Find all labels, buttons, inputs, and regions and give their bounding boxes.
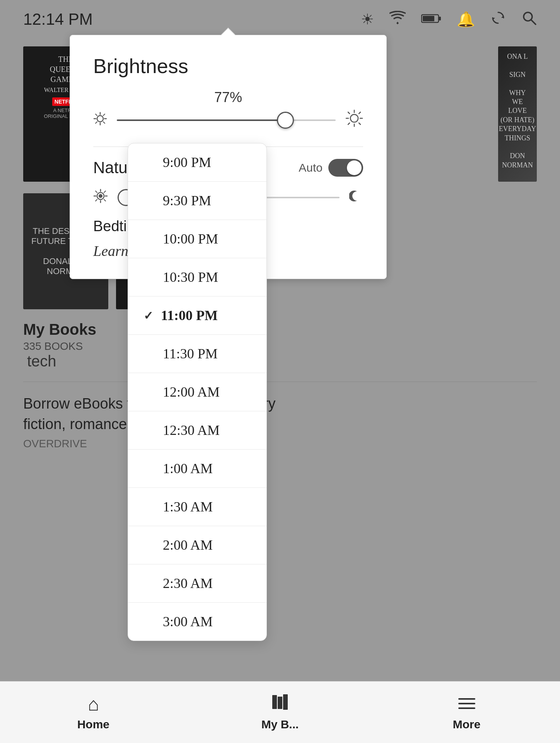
brightness-icon[interactable]: ☀ xyxy=(361,11,374,28)
borrow-sublabel: OVERDRIVE xyxy=(23,438,537,450)
section-divider-1 xyxy=(23,382,537,382)
time-option-1200am[interactable]: 12:00 AM xyxy=(128,373,266,411)
svg-rect-7 xyxy=(272,695,277,709)
time-label-130am: 1:30 AM xyxy=(163,499,213,515)
svg-line-21 xyxy=(96,122,97,123)
svg-line-30 xyxy=(348,123,350,124)
svg-line-27 xyxy=(348,112,350,114)
mybooks-label: My B... xyxy=(261,718,299,731)
time-option-1100pm[interactable]: ✓ 11:00 PM xyxy=(128,297,266,335)
time-label-930pm: 9:30 PM xyxy=(163,193,211,209)
brightness-slider-fill xyxy=(117,119,285,121)
home-label: Home xyxy=(77,718,109,731)
more-label: More xyxy=(453,718,481,731)
moon-icon xyxy=(349,189,363,206)
time-option-300am[interactable]: 3:00 AM xyxy=(128,603,266,641)
sync-icon[interactable] xyxy=(490,10,506,29)
svg-rect-9 xyxy=(283,694,288,710)
svg-point-13 xyxy=(97,116,103,122)
nav-more[interactable]: More xyxy=(428,694,505,731)
borrow-section: Borrow eBooks from your public library f… xyxy=(23,394,537,450)
nav-home[interactable]: ⌂ Home xyxy=(55,694,132,731)
brightness-title: Brightness xyxy=(93,55,363,78)
time-option-100am[interactable]: 1:00 AM xyxy=(128,450,266,488)
svg-line-20 xyxy=(103,114,105,116)
status-bar: 12:14 PM ☀ 🔔 xyxy=(0,0,560,39)
brightness-slider-thumb[interactable] xyxy=(277,112,294,129)
time-option-130am[interactable]: 1:30 AM xyxy=(128,488,266,526)
time-label-230am: 2:30 AM xyxy=(163,575,213,591)
time-option-1230am[interactable]: 12:30 AM xyxy=(128,411,266,450)
sun-small-icon xyxy=(93,112,107,129)
time-option-930pm[interactable]: 9:30 PM xyxy=(128,182,266,220)
time-option-200am[interactable]: 2:00 AM xyxy=(128,526,266,564)
time-option-900pm[interactable]: 9:00 PM xyxy=(128,143,266,182)
time-label-1100pm: 11:00 PM xyxy=(161,307,218,324)
sun-large-icon xyxy=(345,109,363,131)
svg-line-39 xyxy=(104,191,106,193)
time-label-1030pm: 10:30 PM xyxy=(163,269,218,285)
svg-line-6 xyxy=(531,20,536,24)
borrow-text: Borrow eBooks from your public library xyxy=(23,394,537,414)
warm-sun-icon xyxy=(93,189,108,206)
bottom-nav: ⌂ Home My B... More xyxy=(0,681,560,743)
notification-icon[interactable]: 🔔 xyxy=(457,11,475,28)
my-books-count: 335 BOOKS xyxy=(23,340,537,353)
nav-mybooks[interactable]: My B... xyxy=(241,694,319,731)
brightness-slider-row xyxy=(93,109,363,131)
time-label-1200am: 12:00 AM xyxy=(163,384,220,400)
brightness-percent: 77% xyxy=(93,89,363,106)
time-picker: 9:00 PM 9:30 PM 10:00 PM 10:30 PM ✓ 11:0… xyxy=(128,143,267,641)
time-option-230am[interactable]: 2:30 AM xyxy=(128,564,266,603)
svg-rect-8 xyxy=(278,697,282,709)
svg-line-37 xyxy=(96,191,97,193)
time-label-1000pm: 10:00 PM xyxy=(163,231,218,247)
brightness-slider-track[interactable] xyxy=(117,119,336,121)
borrow-details: fiction, romance, and more xyxy=(23,414,537,435)
svg-point-22 xyxy=(350,114,358,122)
natural-light-controls: Auto xyxy=(299,159,363,177)
time-label-900pm: 9:00 PM xyxy=(163,154,211,170)
mybooks-icon xyxy=(271,694,289,715)
svg-point-32 xyxy=(99,194,102,198)
time-option-1000pm[interactable]: 10:00 PM xyxy=(128,220,266,258)
time-option-1030pm[interactable]: 10:30 PM xyxy=(128,258,266,297)
svg-line-38 xyxy=(104,199,106,201)
more-icon xyxy=(458,694,476,715)
svg-line-18 xyxy=(96,114,97,116)
svg-rect-2 xyxy=(423,16,434,21)
time-option-1130pm[interactable]: 11:30 PM xyxy=(128,335,266,373)
svg-line-19 xyxy=(103,122,105,123)
svg-line-40 xyxy=(96,199,97,201)
battery-icon xyxy=(421,11,441,28)
time-label-1130pm: 11:30 PM xyxy=(163,346,218,362)
panel-arrow-inner xyxy=(221,28,235,35)
natural-light-toggle[interactable] xyxy=(328,159,363,177)
my-books-section: My Books 335 BOOKS tech xyxy=(23,321,537,370)
svg-rect-1 xyxy=(439,17,441,20)
checkmark-1100pm: ✓ xyxy=(143,309,153,322)
time-label-200am: 2:00 AM xyxy=(163,537,213,553)
home-icon: ⌂ xyxy=(88,694,99,715)
toggle-knob xyxy=(347,160,362,175)
time-label-1230am: 12:30 AM xyxy=(163,422,220,438)
wifi-icon xyxy=(389,11,406,28)
svg-line-29 xyxy=(359,112,360,114)
tech-label: tech xyxy=(27,353,56,370)
status-icons: ☀ 🔔 xyxy=(361,10,537,29)
status-time: 12:14 PM xyxy=(23,10,93,29)
right-partial-cover[interactable]: ONA LSIGNWHYWELOVE(OR HATE)EVERYDAYTHING… xyxy=(498,46,537,182)
time-label-100am: 1:00 AM xyxy=(163,460,213,477)
time-label-300am: 3:00 AM xyxy=(163,613,213,630)
my-books-label: My Books xyxy=(23,321,537,338)
svg-line-28 xyxy=(359,123,360,124)
auto-label: Auto xyxy=(299,161,323,174)
search-icon[interactable] xyxy=(521,10,537,29)
